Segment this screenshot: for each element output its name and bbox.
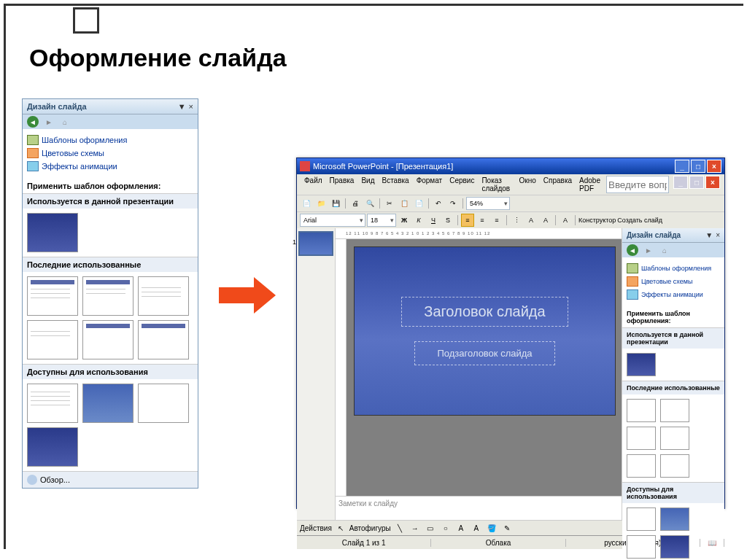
menu-file[interactable]: Файл xyxy=(301,176,325,193)
menu-view[interactable]: Вид xyxy=(358,176,377,193)
align-right-icon[interactable]: ≡ xyxy=(490,214,503,227)
template-thumb[interactable] xyxy=(627,535,656,559)
notes-area[interactable]: Заметки к слайду xyxy=(336,496,622,520)
template-thumb[interactable] xyxy=(660,508,689,531)
link-templates[interactable]: Шаблоны оформления xyxy=(627,262,720,275)
font-size-combo[interactable]: 18 xyxy=(367,214,396,227)
rect-icon[interactable]: ▭ xyxy=(424,521,437,534)
slide-thumb-1[interactable]: 1 xyxy=(298,231,333,256)
save-icon[interactable]: 💾 xyxy=(329,197,342,210)
link-animation[interactable]: Эффекты анимации xyxy=(27,160,193,173)
link-color-schemes[interactable]: Цветовые схемы xyxy=(27,147,193,160)
slide-canvas-wrap[interactable]: Заголовок слайда Подзаголовок слайда xyxy=(347,239,622,496)
bold-icon[interactable]: Ж xyxy=(398,214,411,227)
menu-slideshow[interactable]: Показ слайдов xyxy=(479,176,514,193)
title-placeholder[interactable]: Заголовок слайда xyxy=(401,297,568,327)
bullets-icon[interactable]: ⋮ xyxy=(510,214,523,227)
cut-icon[interactable]: ✂ xyxy=(383,197,396,210)
print-icon[interactable]: 🖨 xyxy=(349,197,362,210)
template-thumb[interactable] xyxy=(27,276,78,316)
open-icon[interactable]: 📁 xyxy=(314,197,328,210)
template-thumb[interactable] xyxy=(660,427,689,450)
template-thumb[interactable] xyxy=(138,276,189,316)
copy-icon[interactable]: 📋 xyxy=(398,197,411,210)
template-thumb[interactable] xyxy=(660,535,689,559)
nav-forward-icon[interactable]: ► xyxy=(643,244,654,256)
preview-icon[interactable]: 🔍 xyxy=(363,197,376,210)
pane-close-icon[interactable]: × xyxy=(716,231,720,239)
menu-help[interactable]: Справка xyxy=(541,176,575,193)
template-thumb[interactable] xyxy=(627,353,656,376)
link-color-schemes[interactable]: Цветовые схемы xyxy=(627,275,720,288)
designer-button[interactable]: Конструктор xyxy=(578,217,616,224)
shadow-icon[interactable]: S xyxy=(441,214,454,227)
subtitle-placeholder[interactable]: Подзаголовок слайда xyxy=(414,341,554,365)
maximize-button[interactable]: □ xyxy=(691,160,705,173)
template-thumb[interactable] xyxy=(627,454,656,478)
template-thumb[interactable] xyxy=(627,427,656,450)
doc-close-button[interactable]: × xyxy=(705,176,720,189)
help-search-input[interactable] xyxy=(606,176,669,193)
pane-dropdown-icon[interactable]: ▼ xyxy=(178,102,186,111)
font-color-icon[interactable]: A xyxy=(559,214,572,227)
line-icon[interactable]: ╲ xyxy=(393,521,406,534)
template-thumb[interactable] xyxy=(27,320,78,359)
template-thumb[interactable] xyxy=(82,276,133,316)
template-thumb[interactable] xyxy=(138,384,189,423)
template-thumb[interactable] xyxy=(27,213,78,252)
line-color-icon[interactable]: ✎ xyxy=(500,521,514,534)
doc-restore-button[interactable]: □ xyxy=(689,176,704,189)
nav-home-icon[interactable]: ⌂ xyxy=(659,244,670,256)
nav-forward-icon[interactable]: ► xyxy=(43,116,55,128)
template-thumb[interactable] xyxy=(660,399,689,422)
menu-adobe[interactable]: Adobe PDF xyxy=(576,176,605,193)
menu-window[interactable]: Окно xyxy=(516,176,539,193)
template-thumb[interactable] xyxy=(660,454,689,478)
new-icon[interactable]: 📄 xyxy=(300,197,313,210)
template-thumb[interactable] xyxy=(82,384,133,423)
increase-font-icon[interactable]: A xyxy=(525,214,538,227)
redo-icon[interactable]: ↷ xyxy=(446,197,460,210)
font-combo[interactable]: Arial xyxy=(300,214,365,227)
link-templates[interactable]: Шаблоны оформления xyxy=(27,133,193,147)
template-thumb[interactable] xyxy=(27,384,78,423)
nav-back-icon[interactable]: ◄ xyxy=(27,116,39,128)
pointer-icon[interactable]: ↖ xyxy=(334,521,347,534)
undo-icon[interactable]: ↶ xyxy=(432,197,445,210)
template-thumb[interactable] xyxy=(627,508,656,531)
new-slide-button[interactable]: Создать слайд xyxy=(617,217,662,224)
group-avail-label: Доступны для использования xyxy=(23,364,198,379)
slide-thumbnails-panel: 1 xyxy=(297,228,336,520)
zoom-combo[interactable]: 54% xyxy=(466,197,510,210)
wordart-icon[interactable]: A xyxy=(470,521,483,534)
actions-menu[interactable]: Действия xyxy=(300,524,332,532)
paste-icon[interactable]: 📄 xyxy=(412,197,425,210)
fill-icon[interactable]: 🪣 xyxy=(485,521,498,534)
menu-tools[interactable]: Сервис xyxy=(446,176,477,193)
menu-format[interactable]: Формат xyxy=(414,176,446,193)
pane-dropdown-icon[interactable]: ▼ xyxy=(705,231,713,239)
template-thumb[interactable] xyxy=(82,320,133,359)
textbox-icon[interactable]: A xyxy=(454,521,468,534)
template-thumb[interactable] xyxy=(27,427,78,467)
menu-edit[interactable]: Правка xyxy=(327,176,357,193)
autoshapes-menu[interactable]: Автофигуры xyxy=(349,524,391,532)
browse-button[interactable]: Обзор... xyxy=(23,471,198,488)
decrease-font-icon[interactable]: A xyxy=(539,214,552,227)
underline-icon[interactable]: Ч xyxy=(427,214,440,227)
align-left-icon[interactable]: ≡ xyxy=(461,214,474,227)
template-thumb[interactable] xyxy=(627,399,656,422)
doc-minimize-button[interactable]: _ xyxy=(673,176,688,189)
template-thumb[interactable] xyxy=(138,320,189,359)
italic-icon[interactable]: К xyxy=(412,214,425,227)
link-animation[interactable]: Эффекты анимации xyxy=(627,288,720,301)
minimize-button[interactable]: _ xyxy=(675,160,689,173)
align-center-icon[interactable]: ≡ xyxy=(476,214,489,227)
menu-insert[interactable]: Вставка xyxy=(379,176,411,193)
oval-icon[interactable]: ○ xyxy=(439,521,452,534)
nav-back-icon[interactable]: ◄ xyxy=(627,244,638,256)
pane-close-icon[interactable]: × xyxy=(189,102,193,111)
close-button[interactable]: × xyxy=(707,160,721,173)
nav-home-icon[interactable]: ⌂ xyxy=(59,116,71,128)
arrow-tool-icon[interactable]: → xyxy=(409,521,422,534)
